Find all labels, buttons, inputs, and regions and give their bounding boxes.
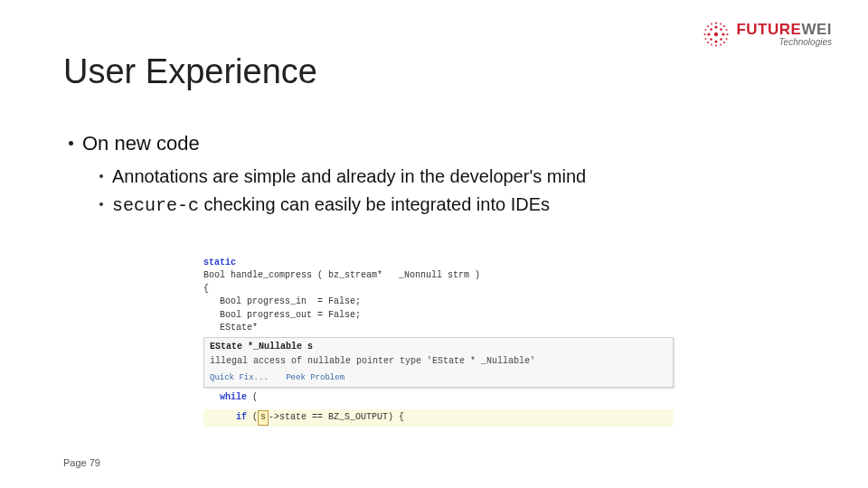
popup-actions: Quick Fix... Peek Problem (210, 372, 667, 384)
popup-type-line: EState *_Nullable s (210, 341, 667, 354)
svg-point-17 (712, 23, 713, 25)
keyword: static (203, 258, 236, 267)
bullet-level2: Annotations are simple and already in th… (99, 164, 814, 190)
svg-point-11 (704, 33, 706, 35)
svg-point-21 (705, 29, 707, 31)
svg-point-14 (723, 25, 725, 27)
svg-point-12 (727, 33, 729, 35)
svg-point-23 (705, 38, 707, 40)
bullet-dot-icon (99, 202, 103, 206)
svg-point-13 (707, 25, 709, 27)
svg-point-10 (715, 44, 717, 46)
bullet-level2: secure-c checking can easily be integrat… (99, 192, 814, 219)
logo-mark-icon (702, 20, 731, 49)
highlighted-code-line: if (s->state == BZ_S_OUTPUT) { (203, 409, 674, 427)
svg-point-20 (721, 44, 722, 46)
svg-point-1 (715, 25, 718, 28)
bullet-text: On new code (82, 129, 200, 158)
svg-point-9 (715, 22, 717, 23)
svg-point-16 (723, 42, 725, 43)
bullet-text: Annotations are simple and already in th… (112, 164, 586, 190)
bullet-dot-icon (99, 174, 103, 178)
svg-point-2 (715, 40, 718, 42)
svg-point-24 (726, 38, 728, 40)
logo-wordmark: FUTUREWEI (736, 22, 832, 37)
bullet-text: secure-c checking can easily be integrat… (112, 192, 550, 219)
svg-point-0 (714, 33, 718, 36)
svg-point-5 (711, 28, 713, 31)
peek-problem-link[interactable]: Peek Problem (286, 373, 344, 382)
svg-point-15 (707, 42, 709, 43)
keyword: while (220, 392, 247, 402)
ide-hover-popup: EState *_Nullable s illegal access of nu… (203, 337, 674, 388)
code-screenshot: static Bool handle_compress ( bz_stream*… (203, 257, 674, 427)
svg-point-19 (712, 44, 713, 46)
company-logo: FUTUREWEI Technologies (702, 20, 832, 49)
svg-point-22 (726, 29, 728, 31)
selected-token: s (258, 410, 269, 426)
bullet-dot-icon (69, 141, 73, 145)
svg-point-8 (721, 38, 723, 41)
svg-point-7 (711, 38, 713, 41)
quick-fix-link[interactable]: Quick Fix... (210, 373, 269, 382)
svg-point-18 (721, 23, 722, 25)
popup-error-message: illegal access of nullable pointer type … (210, 355, 667, 369)
bullet-level1: On new code (69, 129, 814, 158)
slide-title: User Experience (63, 52, 814, 91)
svg-point-6 (721, 28, 723, 31)
slide-body: On new code Annotations are simple and a… (63, 129, 814, 219)
keyword: if (236, 412, 247, 422)
page-number: Page 79 (63, 457, 100, 468)
svg-point-3 (708, 33, 711, 35)
svg-point-4 (722, 33, 725, 35)
logo-subtitle: Technologies (778, 38, 832, 47)
